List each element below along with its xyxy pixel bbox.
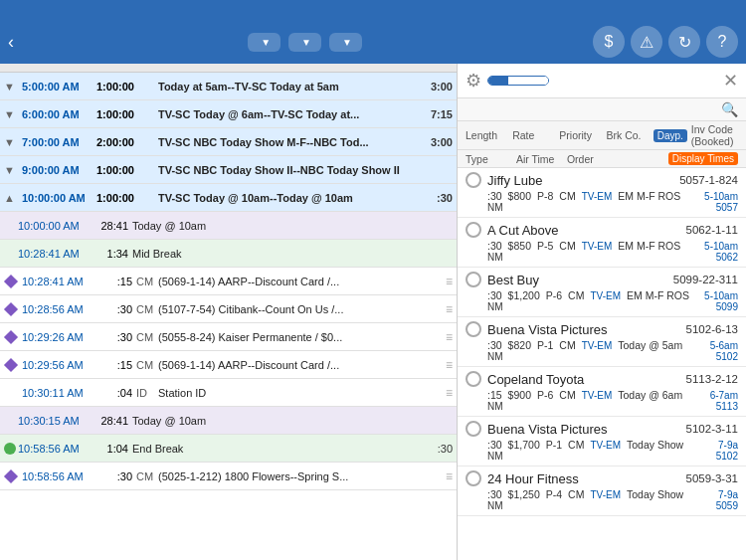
advertiser-radio[interactable]	[466, 272, 481, 287]
expand-icon[interactable]: ▼	[4, 108, 22, 120]
table-row[interactable]: ▼7:00:00 AM2:00:00TV-SC NBC Today Show M…	[0, 128, 457, 156]
days-info: EM M-F ROS	[618, 240, 680, 252]
brkco-value: CM	[559, 240, 575, 252]
row-duration: 2:00:00	[96, 136, 136, 148]
row-desc: TV-SC NBC Today Show II--NBC Today Show …	[158, 164, 421, 176]
advertiser-radio[interactable]	[466, 470, 481, 486]
search-icon[interactable]: 🔍	[721, 101, 738, 117]
drag-handle-icon[interactable]: ≡	[437, 358, 453, 372]
brkco-value: CM	[568, 439, 584, 451]
expand-icon[interactable]: ▲	[4, 192, 22, 204]
drag-handle-icon[interactable]: ≡	[437, 275, 453, 288]
row-time: 10:30:15 AM	[18, 415, 93, 427]
table-row[interactable]: 10:28:41 AM:15CM(5069-1-14) AARP--Discou…	[0, 268, 457, 295]
expand-icon[interactable]: ▼	[4, 164, 22, 176]
advertiser-details-row1: :30 $850 P-5 CM TV-EM EM M-F ROS 5-10am	[466, 240, 738, 252]
order-num: 5057	[716, 202, 738, 213]
break-list[interactable]: Jiffy Lube 5057-1-824 :30 $800 P-8 CM TV…	[458, 168, 746, 560]
primary-log-button[interactable]: ▼	[288, 33, 321, 52]
row-type: CM	[136, 470, 158, 482]
status-diamond-icon	[4, 468, 18, 482]
list-item[interactable]: Buena Vista Pictures 5102-6-13 :30 $820 …	[458, 317, 746, 367]
break-codes-button[interactable]: ▼	[329, 33, 362, 52]
settings-gear-icon[interactable]: ⚙	[466, 70, 481, 92]
table-row[interactable]: ▼9:00:00 AM1:00:00TV-SC NBC Today Show I…	[0, 156, 457, 184]
drag-handle-icon[interactable]: ≡	[437, 386, 453, 400]
row-duration: 1:00:00	[96, 81, 136, 93]
days-info: Today Show	[627, 488, 683, 500]
days-info: EM M-F ROS	[627, 289, 689, 301]
list-item[interactable]: Copeland Toyota 5113-2-12 :15 $900 P-6 C…	[458, 367, 746, 417]
display-time: 5-10am	[704, 241, 738, 252]
break-header: ⚙ ✕	[458, 64, 746, 98]
table-row[interactable]: ▼6:00:00 AM1:00:00TV-SC Today @ 6am--TV-…	[0, 100, 457, 128]
refresh-icon-button[interactable]: ↻	[668, 26, 700, 58]
tab-placed[interactable]	[528, 77, 548, 85]
table-row[interactable]: 10:30:11 AM:04IDStation ID≡	[0, 379, 457, 407]
alert-icon-button[interactable]: ⚠	[631, 26, 662, 58]
advertiser-radio[interactable]	[466, 421, 481, 437]
table-row[interactable]: ▲10:00:00 AM1:00:00TV-SC Today @ 10am--T…	[0, 184, 457, 212]
rate-value: $1,700	[508, 439, 540, 451]
table-row[interactable]: 10:28:56 AM:30CM(5107-7-54) Citibank--Co…	[0, 295, 457, 323]
length-value: :30	[487, 190, 502, 202]
row-end: 7:15	[421, 108, 453, 120]
list-item[interactable]: Best Buy 5099-22-311 :30 $1,200 P-6 CM T…	[458, 268, 746, 317]
nav-right-icons: $ ⚠ ↻ ?	[593, 26, 738, 58]
table-row[interactable]: 10:29:26 AM:30CM(5055-8-24) Kaiser Perma…	[0, 323, 457, 351]
table-row[interactable]: 10:28:41 AM1:34Mid Break	[0, 240, 457, 268]
advertiser-details-row2: NM 5057	[466, 202, 738, 213]
order-num: 5113	[716, 401, 738, 412]
tab-displaced[interactable]	[488, 77, 508, 85]
advertiser-details-row1: :15 $900 P-6 CM TV-EM Today @ 6am 6-7am	[466, 389, 738, 401]
advertiser-details-row2: NM 5059	[466, 500, 738, 511]
row-desc: Station ID	[158, 387, 437, 399]
table-row[interactable]: 10:29:56 AM:15CM(5069-1-14) AARP--Discou…	[0, 351, 457, 379]
rate-value: $1,200	[508, 289, 540, 301]
length-value: :30	[487, 240, 502, 252]
drag-handle-icon[interactable]: ≡	[437, 469, 453, 483]
advertiser-details-row1: :30 $1,700 P-1 CM TV-EM Today Show 7-9a	[466, 439, 738, 451]
spot-num: NM	[487, 500, 503, 511]
help-icon-button[interactable]: ?	[706, 26, 738, 58]
drag-handle-icon[interactable]: ≡	[437, 302, 453, 316]
expand-icon[interactable]: ▼	[4, 81, 22, 93]
spot-code: 5059-3-31	[686, 472, 738, 484]
row-desc: Mid Break	[132, 248, 421, 260]
expand-icon[interactable]: ▼	[4, 136, 22, 148]
row-duration: 1:00:00	[96, 108, 136, 120]
table-row[interactable]: 10:58:56 AM:30CM(5025-1-212) 1800 Flower…	[0, 463, 457, 490]
advertiser-name: Jiffy Lube	[487, 173, 679, 188]
close-icon[interactable]: ✕	[723, 70, 738, 92]
table-row[interactable]: 10:58:56 AM1:04End Break:30	[0, 435, 457, 463]
priority-value: P-6	[537, 389, 553, 401]
row-time: 10:28:41 AM	[18, 248, 93, 260]
advertiser-radio[interactable]	[466, 321, 481, 337]
list-item[interactable]: Buena Vista Pictures 5102-3-11 :30 $1,70…	[458, 417, 746, 467]
list-item[interactable]: A Cut Above 5062-1-11 :30 $850 P-5 CM TV…	[458, 218, 746, 268]
rate-value: $900	[508, 389, 531, 401]
row-desc: Today at 5am--TV-SC Today at 5am	[158, 81, 421, 93]
date-button[interactable]: ▼	[248, 33, 280, 52]
table-row[interactable]: 10:30:15 AM28:41Today @ 10am	[0, 407, 457, 435]
advertiser-details-row2: NM 5102	[466, 351, 738, 362]
dollar-icon-button[interactable]: $	[593, 26, 625, 58]
row-end: 3:00	[421, 81, 453, 93]
back-button[interactable]: ‹	[8, 32, 17, 53]
main-content: ▼5:00:00 AM1:00:00Today at 5am--TV-SC To…	[0, 64, 746, 560]
tab-preempted[interactable]	[508, 77, 528, 85]
advertiser-radio[interactable]	[466, 222, 481, 238]
drag-handle-icon[interactable]: ≡	[437, 330, 453, 344]
advertiser-radio[interactable]	[466, 172, 481, 188]
advertiser-radio[interactable]	[466, 371, 481, 387]
display-time: 5-6am	[710, 340, 738, 351]
schedule-body[interactable]: ▼5:00:00 AM1:00:00Today at 5am--TV-SC To…	[0, 73, 457, 560]
table-row[interactable]: ▼5:00:00 AM1:00:00Today at 5am--TV-SC To…	[0, 73, 457, 100]
status-diamond-icon	[4, 274, 18, 287]
list-item[interactable]: Jiffy Lube 5057-1-824 :30 $800 P-8 CM TV…	[458, 168, 746, 218]
tvem-value: TV-EM	[582, 390, 613, 401]
tvem-value: TV-EM	[582, 340, 613, 351]
table-row[interactable]: 10:00:00 AM28:41Today @ 10am	[0, 212, 457, 240]
list-item[interactable]: 24 Hour Fitness 5059-3-31 :30 $1,250 P-4…	[458, 467, 746, 516]
row-time: 9:00:00 AM	[22, 164, 96, 176]
